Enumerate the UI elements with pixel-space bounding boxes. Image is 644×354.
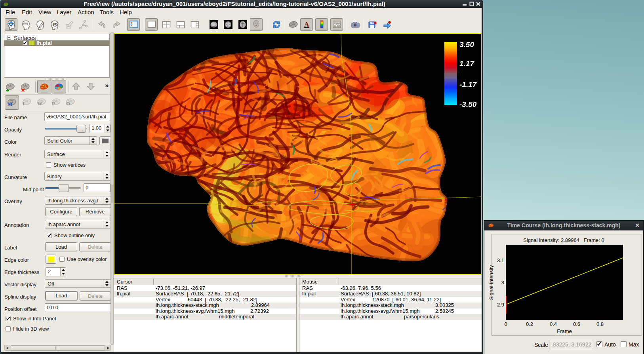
svg-text:3.50: 3.50 bbox=[459, 40, 474, 49]
svg-text:P: P bbox=[52, 101, 55, 107]
svg-text:M: M bbox=[8, 101, 12, 107]
svg-text:I: I bbox=[23, 101, 25, 107]
svg-text:W: W bbox=[37, 101, 42, 107]
svg-text:O: O bbox=[66, 101, 70, 107]
svg-text:1.17: 1.17 bbox=[459, 59, 474, 68]
svg-text:-1.17: -1.17 bbox=[459, 80, 477, 89]
svg-text:-3.50: -3.50 bbox=[459, 100, 477, 108]
svg-text:A: A bbox=[304, 21, 309, 28]
